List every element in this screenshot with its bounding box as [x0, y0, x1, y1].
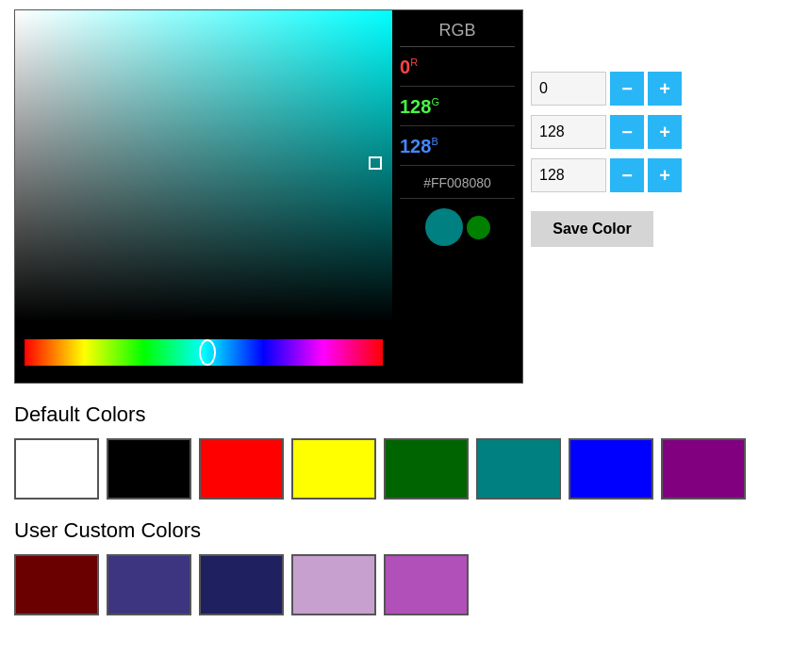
default-swatch-teal[interactable] [476, 438, 561, 500]
color-gradient[interactable] [15, 10, 392, 321]
picker-right: RGB 0R 128G 128B #FF008080 [392, 10, 522, 383]
default-swatches-container [14, 438, 778, 500]
hue-slider[interactable] [25, 339, 383, 366]
gradient-cursor[interactable] [369, 156, 382, 170]
default-swatch-white[interactable] [14, 438, 99, 500]
user-colors-title: User Custom Colors [14, 518, 778, 543]
r-plus-button[interactable]: + [648, 72, 682, 106]
r-control-row: − + [531, 72, 682, 106]
b-input[interactable] [531, 158, 606, 192]
b-channel-row: 128B [400, 128, 515, 166]
default-swatch-yellow[interactable] [291, 438, 376, 500]
user-swatch-dark-navy[interactable] [199, 554, 284, 615]
r-minus-button[interactable]: − [610, 72, 644, 106]
default-swatch-black[interactable] [107, 438, 191, 500]
user-swatch-light-lavender[interactable] [291, 554, 376, 615]
g-minus-button[interactable]: − [610, 115, 644, 149]
user-swatch-dark-blue-purple[interactable] [107, 554, 191, 615]
save-btn-wrap: Save Color [531, 205, 682, 247]
user-swatch-medium-purple[interactable] [384, 554, 469, 615]
picker-left [15, 10, 392, 383]
default-swatch-blue[interactable] [569, 438, 653, 500]
g-control-row: − + [531, 115, 682, 149]
r-input[interactable] [531, 72, 606, 106]
r-channel-row: 0R [400, 49, 515, 87]
right-controls: − + − + − + Save Color [531, 9, 682, 247]
user-swatch-dark-red[interactable] [14, 554, 99, 615]
user-colors-section: User Custom Colors [14, 518, 778, 615]
b-minus-button[interactable]: − [610, 158, 644, 192]
saved-color-circle [467, 216, 490, 239]
g-plus-button[interactable]: + [648, 115, 682, 149]
picker-panel: RGB 0R 128G 128B #FF008080 [14, 9, 523, 384]
b-channel-label: 128B [400, 136, 438, 157]
default-swatch-dark-green[interactable] [384, 438, 469, 500]
rgb-label: RGB [400, 15, 515, 47]
b-control-row: − + [531, 158, 682, 192]
g-channel-label: 128G [400, 96, 439, 118]
default-colors-title: Default Colors [14, 402, 778, 427]
default-swatch-purple[interactable] [661, 438, 746, 500]
b-plus-button[interactable]: + [648, 158, 682, 192]
default-swatch-red[interactable] [199, 438, 284, 500]
g-input[interactable] [531, 115, 606, 149]
g-channel-row: 128G [400, 89, 515, 126]
save-color-button[interactable]: Save Color [531, 211, 653, 247]
hue-slider-container [15, 321, 392, 383]
r-channel-label: 0R [400, 57, 418, 78]
current-color-circle [425, 208, 463, 246]
color-preview-row [400, 201, 515, 254]
default-colors-section: Default Colors [14, 402, 778, 500]
hex-display: #FF008080 [400, 168, 515, 199]
user-swatches-container [14, 554, 778, 615]
hue-cursor[interactable] [199, 339, 216, 366]
color-picker-area: RGB 0R 128G 128B #FF008080 [14, 9, 778, 384]
